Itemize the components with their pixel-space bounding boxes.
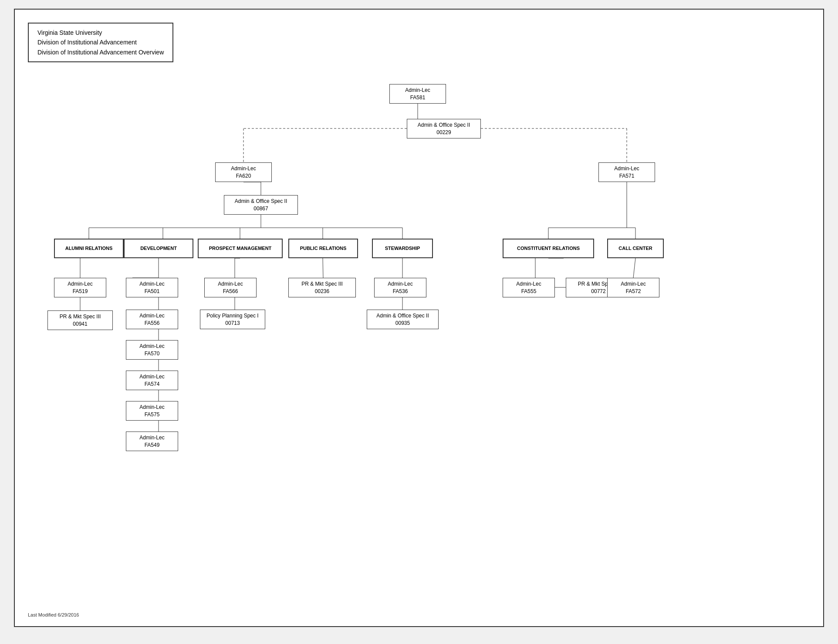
node-fa536: Admin-LecFA536 [374, 278, 426, 297]
node-fa555: Admin-LecFA555 [503, 278, 555, 297]
node-call-center: CALL CENTER [607, 239, 664, 258]
page: Virginia State University Division of In… [14, 9, 824, 627]
svg-line-39 [633, 258, 635, 278]
header-box: Virginia State University Division of In… [28, 23, 173, 62]
node-fa566: Admin-LecFA566 [204, 278, 257, 297]
node-fa570: Admin-LecFA570 [126, 340, 178, 360]
node-00941: PR & Mkt Spec III00941 [47, 310, 113, 330]
node-development: DEVELOPMENT [124, 239, 193, 258]
header-line3: Division of Institutional Advancement Ov… [37, 47, 164, 57]
header-line2: Division of Institutional Advancement [37, 37, 164, 47]
node-00236: PR & Mkt Spec III00236 [288, 278, 356, 297]
node-stewardship: STEWARDSHIP [372, 239, 433, 258]
node-00713: Policy Planning Spec I00713 [200, 310, 265, 329]
node-public-relations: PUBLIC RELATIONS [288, 239, 358, 258]
node-fa574: Admin-LecFA574 [126, 371, 178, 390]
node-fa556: Admin-LecFA556 [126, 310, 178, 329]
node-constituent-relations: CONSTITUENT RELATIONS [503, 239, 594, 258]
node-fa519: Admin-LecFA519 [54, 278, 106, 297]
node-00935: Admin & Office Spec II00935 [367, 310, 439, 329]
node-00867: Admin & Office Spec II00867 [224, 195, 298, 215]
node-fa549: Admin-LecFA549 [126, 432, 178, 451]
node-fa572: Admin-LecFA572 [607, 278, 659, 297]
footer-last-modified: Last Modified 6/29/2016 [28, 612, 79, 617]
svg-line-31 [323, 258, 323, 278]
node-fa581: Admin-LecFA581 [389, 84, 446, 104]
node-fa501: Admin-LecFA501 [126, 278, 178, 297]
node-fa575: Admin-LecFA575 [126, 401, 178, 421]
node-alumni-relations: ALUMNI RELATIONS [54, 239, 124, 258]
node-prospect-management: PROSPECT MANAGEMENT [198, 239, 283, 258]
header-line1: Virginia State University [37, 28, 164, 37]
node-fa620: Admin-LecFA620 [215, 162, 272, 182]
node-00229: Admin & Office Spec II00229 [407, 119, 481, 138]
node-fa571: Admin-LecFA571 [598, 162, 655, 182]
org-chart: Admin-LecFA581 Admin & Office Spec II002… [28, 71, 810, 572]
